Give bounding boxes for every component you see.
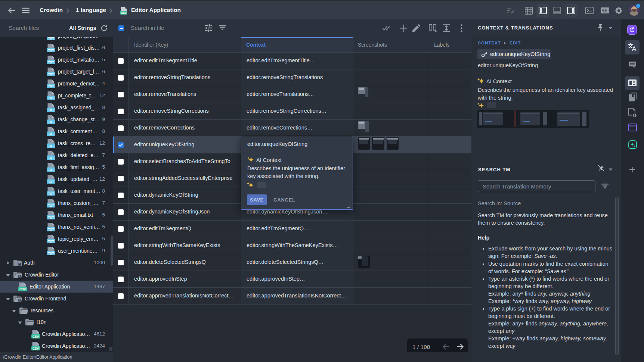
svg-text:CSV: CSV [121,11,127,15]
